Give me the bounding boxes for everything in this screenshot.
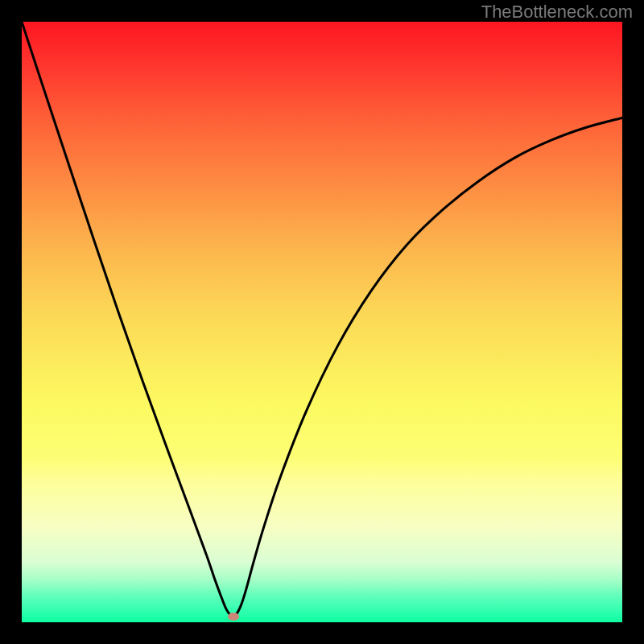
curve-svg	[22, 22, 622, 622]
bottleneck-curve	[22, 22, 622, 616]
chart-frame: TheBottleneck.com	[0, 0, 644, 644]
min-marker-icon	[228, 613, 239, 621]
watermark-text: TheBottleneck.com	[481, 2, 633, 23]
